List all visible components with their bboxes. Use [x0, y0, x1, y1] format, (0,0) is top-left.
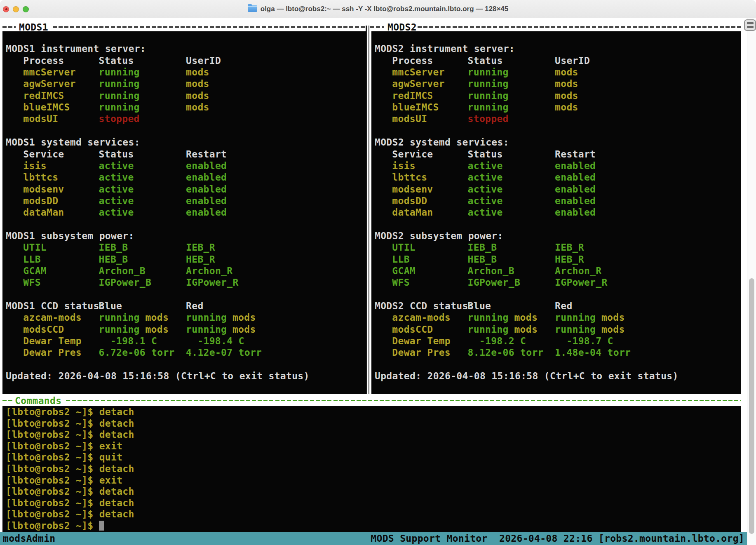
- terminal-text: enabled: [186, 195, 227, 207]
- zoom-button[interactable]: [23, 6, 29, 12]
- terminal-text: GCAM: [23, 265, 47, 277]
- terminal-text: stopped: [99, 113, 140, 125]
- status-session-name: modsAdmin: [3, 532, 56, 545]
- terminal-text: running: [99, 66, 140, 78]
- terminal-text: 1.48e-04 torr: [555, 347, 631, 358]
- terminal-text: modsCCD: [23, 324, 64, 335]
- terminal-text: running: [468, 312, 509, 323]
- terminal-text: Status: [468, 55, 503, 66]
- split-pane-button[interactable]: [744, 19, 756, 31]
- terminal-text: blueIMCS: [392, 101, 439, 113]
- terminal-text: running: [99, 324, 140, 335]
- terminal-text: Restart: [186, 148, 227, 160]
- terminal-text: IGPower_B: [468, 277, 521, 288]
- terminal-text: mods: [514, 324, 538, 335]
- close-button[interactable]: [3, 6, 9, 12]
- pane-divider[interactable]: [369, 26, 370, 394]
- terminal-text: enabled: [555, 171, 596, 183]
- terminal-text: Dewar Temp: [23, 335, 82, 347]
- terminal-text: IGPower_R: [186, 277, 239, 288]
- terminal-text: running: [186, 312, 227, 323]
- terminal-text: active: [99, 207, 134, 218]
- terminal-text: mods: [555, 90, 578, 101]
- terminal-text: Status: [99, 148, 134, 160]
- terminal-text: mmcServer: [392, 66, 445, 78]
- terminal-text: enabled: [555, 183, 596, 195]
- terminal-text: modsenv: [23, 183, 64, 195]
- terminal-text: GCAM: [392, 265, 416, 277]
- commands-pane[interactable]: [lbto@robs2 ~]$ detach[lbto@robs2 ~]$ de…: [2, 406, 741, 532]
- terminal-text: MODS1 instrument server:: [6, 43, 146, 54]
- terminal-text: mods: [601, 312, 625, 323]
- terminal-text: running: [468, 78, 509, 89]
- terminal-text: Status: [468, 148, 503, 160]
- terminal-text: enabled: [555, 207, 596, 218]
- terminal-text: Restart: [555, 148, 596, 160]
- split-pane-icon: [747, 26, 754, 28]
- commands-border-line: [2, 400, 12, 401]
- scrollbar-thumb[interactable]: [749, 278, 754, 534]
- terminal-text: 8.12e-06 torr: [468, 347, 544, 358]
- terminal-text: [lbto@robs2 ~]$ quit: [6, 451, 122, 463]
- folder-icon: [248, 5, 257, 12]
- terminal-text: mods: [601, 324, 625, 335]
- terminal-text: active: [99, 195, 134, 207]
- terminal-text: LLB: [392, 254, 410, 265]
- commands-pane-title: Commands: [15, 395, 61, 406]
- terminal-text: [lbto@robs2 ~]$ detach: [6, 406, 134, 418]
- terminal-text: [lbto@robs2 ~]$ detach: [6, 497, 134, 509]
- terminal-text: redIMCS: [392, 90, 433, 101]
- terminal-text: enabled: [186, 160, 227, 171]
- terminal-text: modsDD: [392, 195, 427, 207]
- pane-border-line: [370, 26, 384, 28]
- terminal-text: enabled: [555, 160, 596, 171]
- terminal-text: running: [468, 66, 509, 78]
- terminal-text: lbttcs: [392, 171, 427, 183]
- terminal-text: Red: [186, 300, 204, 312]
- terminal-text: agwServer: [392, 78, 445, 89]
- split-pane-icon: [747, 22, 754, 24]
- minimize-button[interactable]: [13, 6, 19, 12]
- terminal-text: modsDD: [23, 195, 58, 207]
- terminal-window: olga — lbto@robs2:~ — ssh -Y -X lbto@rob…: [0, 0, 756, 545]
- terminal-text: [lbto@robs2 ~]$ exit: [6, 440, 122, 452]
- commands-border-line: [66, 400, 741, 401]
- terminal-text: WFS: [23, 277, 41, 288]
- terminal-text: Archon_R: [555, 265, 601, 277]
- terminal-text: Dewar Pres: [23, 347, 82, 358]
- terminal-text: azcam-mods: [23, 312, 82, 323]
- terminal-text: azcam-mods: [392, 312, 451, 323]
- terminal-text: running: [99, 312, 140, 323]
- terminal-text: -198.4 C: [197, 335, 244, 347]
- terminal-text: running: [186, 324, 227, 335]
- terminal-text: Process: [392, 55, 433, 66]
- terminal-text: IEB_B: [99, 242, 128, 253]
- terminal-text: agwServer: [23, 78, 76, 89]
- terminal-text: [lbto@robs2 ~]$ detach: [6, 486, 134, 497]
- terminal-text: running: [555, 324, 596, 335]
- terminal-text: mods: [232, 312, 256, 323]
- terminal-text: UserID: [555, 55, 590, 66]
- terminal-text: 6.72e-06 torr: [99, 347, 175, 358]
- terminal-text: mods: [145, 312, 169, 323]
- terminal-text: MODS2 CCD status:: [375, 300, 474, 312]
- terminal-text: HEB_R: [555, 254, 584, 265]
- terminal-text: redIMCS: [23, 90, 64, 101]
- terminal-text: [lbto@robs2 ~]$: [6, 520, 94, 531]
- terminal-text: UTIL: [392, 242, 416, 253]
- window-controls: [0, 0, 29, 18]
- window-title: olga — lbto@robs2:~ — ssh -Y -X lbto@rob…: [248, 0, 508, 18]
- terminal-text: modsenv: [392, 183, 433, 195]
- terminal-text: IGPower_R: [555, 277, 608, 288]
- status-bar: modsAdmin MODS Support Monitor 2026-04-0…: [0, 532, 747, 545]
- terminal-text: HEB_R: [186, 254, 215, 265]
- scrollbar-track[interactable]: [747, 18, 756, 545]
- terminal-text: MODS2 instrument server:: [375, 43, 515, 54]
- terminal-text: HEB_B: [99, 254, 128, 265]
- terminal-text: dataMan: [23, 207, 64, 218]
- terminal-text: Blue: [99, 300, 122, 312]
- terminal-text: Archon_B: [468, 265, 514, 277]
- pane-border-line: [418, 26, 741, 28]
- pane-border-line: [2, 26, 16, 28]
- terminal-text: modsCCD: [392, 324, 433, 335]
